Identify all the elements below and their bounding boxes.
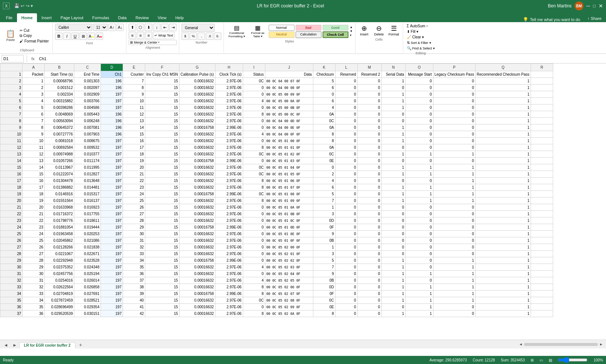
copy-btn[interactable]: ⧉ Copy bbox=[18, 33, 50, 38]
table-cell[interactable]: 0 bbox=[243, 91, 265, 98]
table-cell[interactable]: 0.00727776 bbox=[45, 131, 74, 138]
table-cell[interactable]: 0 bbox=[357, 277, 381, 284]
table-cell[interactable]: 0.029520539 bbox=[45, 310, 74, 317]
tab-data[interactable]: Data bbox=[113, 13, 131, 22]
table-cell[interactable]: 0.00016758 bbox=[179, 191, 215, 198]
table-cell[interactable]: 0 bbox=[381, 204, 405, 211]
scroll-right-btn[interactable]: ► bbox=[599, 342, 603, 346]
table-cell[interactable]: 0.014481 bbox=[74, 184, 101, 191]
table-cell[interactable]: 20 bbox=[23, 204, 45, 211]
table-cell[interactable]: 15 bbox=[145, 164, 180, 171]
table-cell[interactable]: 196 bbox=[101, 118, 123, 124]
table-cell[interactable]: 0A bbox=[313, 111, 335, 118]
table-cell[interactable]: 0.02045862 bbox=[45, 237, 74, 244]
table-cell[interactable]: 1 bbox=[405, 191, 433, 198]
percent-btn[interactable]: % bbox=[190, 32, 197, 40]
table-cell[interactable]: 4 bbox=[243, 277, 265, 284]
table-cell[interactable]: 0.00068796 bbox=[45, 78, 74, 85]
table-cell[interactable]: 6 bbox=[23, 111, 45, 118]
table-cell[interactable] bbox=[531, 297, 553, 304]
table-cell[interactable]: 0.01386882 bbox=[45, 184, 74, 191]
table-cell[interactable]: 00 0C 04 00 0F 0F bbox=[265, 131, 313, 138]
table-cell[interactable]: 0 bbox=[381, 237, 405, 244]
table-cell[interactable]: 197 bbox=[101, 198, 123, 204]
table-cell[interactable] bbox=[531, 257, 553, 264]
table-cell[interactable]: 0 bbox=[313, 91, 335, 98]
table-cell[interactable]: 8 bbox=[243, 310, 265, 317]
table-cell[interactable]: 1 bbox=[405, 310, 433, 317]
table-cell[interactable]: 15 bbox=[145, 310, 180, 317]
table-cell[interactable]: 0.023528 bbox=[74, 257, 101, 264]
col-header-F[interactable]: F bbox=[145, 64, 180, 71]
table-cell[interactable]: 1 bbox=[381, 297, 405, 304]
table-cell[interactable]: 1 bbox=[475, 297, 531, 304]
table-cell[interactable]: 0.00398286 bbox=[45, 104, 74, 111]
table-cell[interactable]: 0.00016632 bbox=[179, 131, 215, 138]
table-cell[interactable] bbox=[531, 184, 553, 191]
table-cell[interactable]: 197 bbox=[101, 164, 123, 171]
table-cell[interactable] bbox=[531, 78, 553, 85]
table-cell[interactable]: 0.00016632 bbox=[179, 78, 215, 85]
table-cell[interactable]: 39 bbox=[123, 291, 145, 297]
table-cell[interactable]: 0 bbox=[243, 124, 265, 131]
table-cell[interactable]: 00 0C 05 02 08 0F bbox=[265, 297, 313, 304]
table-cell[interactable]: 8 bbox=[123, 85, 145, 91]
table-cell[interactable]: 197 bbox=[101, 310, 123, 317]
table-cell[interactable]: 1 bbox=[475, 78, 531, 85]
table-cell[interactable]: 1 bbox=[433, 277, 475, 284]
table-cell[interactable]: 0.00016632 bbox=[179, 111, 215, 118]
table-cell[interactable]: 0C bbox=[243, 164, 265, 171]
table-cell[interactable]: 15 bbox=[145, 251, 180, 257]
table-cell[interactable]: 0.02375352 bbox=[45, 264, 74, 271]
name-box[interactable] bbox=[1, 55, 24, 62]
table-cell[interactable]: 1 bbox=[381, 164, 405, 171]
table-cell[interactable]: 0.00016632 bbox=[179, 271, 215, 277]
close-btn[interactable]: ✕ bbox=[599, 3, 603, 9]
table-cell[interactable]: 19 bbox=[123, 158, 145, 164]
col-header-H[interactable]: H bbox=[215, 64, 243, 71]
table-cell[interactable]: 26 bbox=[23, 244, 45, 251]
style-normal-btn[interactable]: Normal bbox=[269, 25, 295, 31]
table-cell[interactable]: 1 bbox=[405, 284, 433, 291]
table-cell[interactable]: 2 bbox=[313, 171, 335, 178]
table-cell[interactable]: 1 bbox=[475, 271, 531, 277]
table-cell[interactable]: 2.97E-06 bbox=[215, 184, 243, 191]
table-cell[interactable]: 12 bbox=[123, 111, 145, 118]
table-cell[interactable]: 1 bbox=[475, 158, 531, 164]
table-cell[interactable]: 0F bbox=[313, 224, 335, 231]
table-cell[interactable]: 0D bbox=[313, 217, 335, 224]
table-cell[interactable]: 1 bbox=[475, 217, 531, 224]
table-cell[interactable]: 0 bbox=[405, 85, 433, 91]
font-size-select[interactable]: 11 bbox=[93, 24, 108, 31]
cell-N1[interactable]: Serial Data bbox=[381, 71, 405, 78]
table-cell[interactable]: 0E bbox=[313, 304, 335, 310]
table-cell[interactable]: 0.009532 bbox=[74, 144, 101, 151]
table-cell[interactable]: 0C bbox=[243, 151, 265, 158]
table-cell[interactable]: 0.01963458 bbox=[45, 231, 74, 237]
table-cell[interactable]: 196 bbox=[101, 78, 123, 85]
table-cell[interactable]: 1 bbox=[405, 151, 433, 158]
table-cell[interactable]: 00 0C 05 01 0B 0F bbox=[265, 211, 313, 217]
table-cell[interactable]: 197 bbox=[101, 138, 123, 144]
table-cell[interactable]: 0 bbox=[433, 78, 475, 85]
table-cell[interactable]: 00 0C 05 00 09 0F bbox=[265, 91, 313, 98]
table-cell[interactable]: 1 bbox=[475, 204, 531, 211]
table-cell[interactable]: 22 bbox=[123, 178, 145, 184]
table-cell[interactable]: 1 bbox=[405, 291, 433, 297]
table-cell[interactable]: 0.0221067 bbox=[45, 251, 74, 257]
table-cell[interactable]: 1 bbox=[475, 310, 531, 317]
col-header-G[interactable]: G bbox=[179, 64, 215, 71]
table-cell[interactable]: 197 bbox=[101, 191, 123, 198]
align-center-btn[interactable]: ≡ bbox=[137, 32, 144, 39]
table-cell[interactable]: 2.97E-06 bbox=[215, 231, 243, 237]
table-cell[interactable]: 0 bbox=[243, 217, 265, 224]
format-as-table-btn[interactable]: ▦ Format asTable ▾ bbox=[249, 24, 267, 39]
table-cell[interactable]: 0 bbox=[335, 144, 357, 151]
table-cell[interactable]: 0 bbox=[243, 237, 265, 244]
table-cell[interactable]: 30 bbox=[23, 271, 45, 277]
decrease-font-btn[interactable]: A↓ bbox=[116, 24, 124, 31]
table-cell[interactable]: 1 bbox=[405, 171, 433, 178]
table-cell[interactable] bbox=[531, 264, 553, 271]
table-cell[interactable]: 197 bbox=[101, 224, 123, 231]
table-cell[interactable]: 0 bbox=[357, 251, 381, 257]
